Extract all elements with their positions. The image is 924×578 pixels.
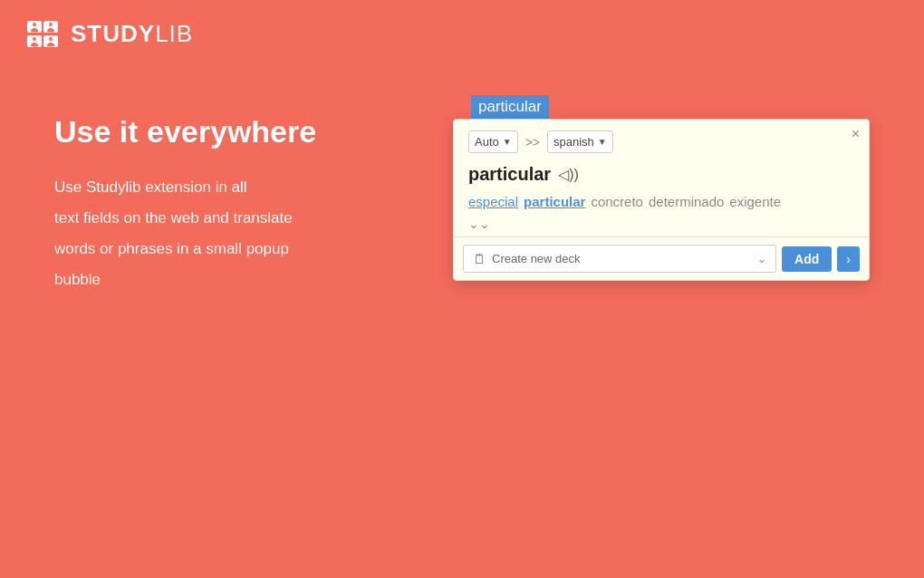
popup-word: particular — [468, 164, 551, 185]
add-button[interactable]: Add — [782, 246, 832, 272]
description: Use Studylib extension in all text field… — [54, 172, 399, 295]
sound-icon[interactable]: ◁)) — [558, 166, 579, 183]
left-section: Use it everywhere Use Studylib extension… — [54, 95, 399, 295]
highlighted-word: particular — [471, 95, 549, 119]
deck-dropdown-arrow: ⌄ — [757, 253, 766, 265]
from-language-select[interactable]: Auto ▼ — [468, 130, 518, 153]
logo-text: STUDYLIB — [71, 20, 193, 48]
svg-point-7 — [49, 37, 53, 41]
studylib-logo-icon — [27, 21, 62, 48]
popup-word-row: particular ◁)) — [454, 162, 869, 192]
svg-point-5 — [49, 23, 53, 26]
translation-exigente[interactable]: exigente — [729, 194, 781, 209]
deck-icon: 🗒 — [473, 251, 486, 266]
popup-translations: especial particular concreto determinado… — [454, 192, 869, 217]
popup-card: × Auto ▼ >> spanish ▼ particular ◁)) — [453, 119, 870, 281]
translation-especial[interactable]: especial — [468, 194, 518, 209]
svg-point-6 — [33, 37, 36, 41]
header: STUDYLIB — [0, 0, 924, 68]
deck-selector[interactable]: 🗒 Create new deck ⌄ — [463, 245, 776, 273]
language-swap-icon: >> — [525, 135, 540, 149]
to-language-select[interactable]: spanish ▼ — [547, 130, 613, 153]
to-lang-arrow: ▼ — [598, 137, 607, 147]
close-button[interactable]: × — [852, 127, 860, 141]
from-lang-arrow: ▼ — [503, 137, 512, 147]
expand-translations-icon[interactable]: ⌄⌄ — [454, 217, 869, 231]
popup-header-row: Auto ▼ >> spanish ▼ — [454, 120, 869, 162]
next-button[interactable]: › — [837, 246, 860, 272]
deck-placeholder: Create new deck — [492, 252, 581, 265]
translation-concreto[interactable]: concreto — [591, 194, 643, 209]
headline: Use it everywhere — [54, 113, 399, 150]
right-section: particular × Auto ▼ >> spanish ▼ particu… — [453, 95, 870, 281]
svg-point-4 — [33, 23, 36, 26]
popup-footer: 🗒 Create new deck ⌄ Add › — [454, 237, 869, 280]
main-content: Use it everywhere Use Studylib extension… — [0, 68, 924, 295]
translation-determinado[interactable]: determinado — [649, 194, 724, 209]
translation-particular[interactable]: particular — [524, 194, 585, 209]
